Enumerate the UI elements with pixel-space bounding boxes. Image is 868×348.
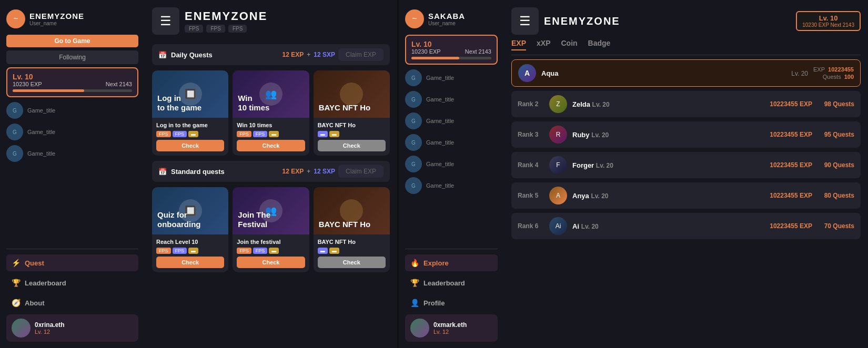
- bayc-check-button[interactable]: Check: [318, 140, 386, 151]
- level-box: Lv. 10 10230 EXP Next 2143: [6, 67, 138, 97]
- lb-rank6-label: Rank 6: [518, 222, 544, 230]
- mid-game-list: G Game_title G Game_title G Game_title G…: [405, 68, 498, 243]
- login-card-subtitle: Log in to the game: [156, 122, 224, 128]
- mid-sidebar-header: ~ SAKABA User_name: [405, 6, 498, 32]
- mid-user-footer: 0xmark.eth Lv. 12: [405, 314, 498, 342]
- win-check-button[interactable]: Check: [237, 140, 305, 151]
- tab-badge[interactable]: Badge: [588, 39, 611, 50]
- lb-rank4-label: Rank 4: [518, 161, 544, 169]
- nav-item-about[interactable]: 🧭 About: [6, 294, 138, 311]
- sidebar-header: ~ ENEMYZONE User_name: [6, 6, 138, 32]
- sidebar-username: User_name: [29, 21, 84, 26]
- lb-rank2-lv: Lv. 20: [592, 101, 610, 108]
- daily-claim-button[interactable]: Claim EXP: [338, 48, 383, 61]
- tag-fps: FPS: [237, 248, 251, 254]
- nav-item-leaderboard[interactable]: 🏆 Leaderboard: [6, 274, 138, 291]
- lb-rank3-quests: 95 Quests: [817, 131, 854, 138]
- quest-card-quiz: 🔲 Quiz foronboarding Reach Level 10 FPS …: [152, 187, 228, 272]
- lb-row-rank5: Rank 5 A Anya Lv. 20 10223455 EXP 80 Que…: [511, 182, 861, 209]
- quest-card-win-body: Win 10 times FPS FPS ▬ Check: [233, 118, 309, 156]
- festival-card-title: Join TheFestival: [238, 210, 270, 229]
- tag-fps: FPS: [156, 248, 171, 254]
- tag-fps: FPS: [156, 131, 171, 137]
- list-item: G Game_title: [405, 89, 498, 109]
- about-icon: 🧭: [12, 299, 21, 307]
- mid-game-avatar: G: [405, 69, 422, 86]
- lb-rank1-stats: EXP 10223455 Quests 100: [813, 66, 854, 80]
- mid-game-avatar: G: [405, 134, 422, 151]
- lb-row-rank2: Rank 2 Z Zelda Lv. 20 10223455 EXP 98 Qu…: [511, 91, 861, 117]
- lb-avatar-zelda: Z: [549, 95, 567, 113]
- standard-quests-header: 📅 Standard quests 12 EXP + 12 SXP Claim …: [152, 161, 390, 182]
- tab-coin[interactable]: Coin: [561, 39, 577, 50]
- lb-avatar-ruby: R: [549, 126, 567, 144]
- mid-game-avatar: G: [405, 156, 422, 172]
- lb-rank5-label: Rank 5: [518, 192, 544, 199]
- bayc-tags: ▬ ▬: [318, 131, 386, 137]
- game-logo-box: ☰: [152, 7, 179, 35]
- bayc-nft-img: [340, 83, 363, 106]
- next-text: Next 2143: [106, 81, 132, 87]
- game-logo-icon: ☰: [160, 14, 171, 28]
- explore-label: Explore: [423, 259, 449, 267]
- mid-avatar: ~: [405, 9, 424, 28]
- festival-check-button[interactable]: Check: [237, 257, 305, 268]
- sidebar-avatar: ~: [6, 9, 25, 28]
- mid-separator: [405, 249, 498, 249]
- list-item: G Game_title: [6, 100, 138, 120]
- login-card-title: Log into the game: [157, 94, 201, 112]
- tag-gold: ▬: [269, 248, 279, 254]
- following-button[interactable]: Following: [6, 50, 138, 64]
- daily-sxp-reward: 12 SXP: [314, 51, 335, 58]
- leaderboard-panel: ☰ ENEMYZONE Lv. 10 10230 EXP Next 2143 E…: [504, 0, 868, 348]
- mid-exp-bar: [411, 57, 491, 59]
- lb-rank6-quests: 70 Quests: [817, 222, 854, 230]
- lb-rank1-name: Aqua: [541, 69, 787, 77]
- standard-claim-button[interactable]: Claim EXP: [338, 165, 383, 178]
- profile-label: Profile: [423, 299, 445, 307]
- quiz-check-button[interactable]: Check: [156, 257, 224, 268]
- mid-exp-text: 10230 EXP: [411, 48, 441, 55]
- quest-card-login-body: Log in to the game FPS FPS ▬ Check: [152, 118, 228, 156]
- nav-item-quest[interactable]: ⚡ Quest: [6, 254, 138, 271]
- standard-sxp-reward: 12 SXP: [314, 168, 335, 175]
- user-footer: 0xrina.eth Lv. 12: [6, 314, 138, 342]
- fps-tag-1: FPS: [185, 25, 203, 33]
- lb-exp-info: 10230 EXP Next 2143: [802, 22, 854, 28]
- lb-rank2-name: Zelda Lv. 20: [572, 100, 754, 108]
- mid-nav-explore[interactable]: 🔥 Explore: [405, 254, 498, 271]
- mid-user-footer-avatar: [410, 319, 429, 337]
- exp-text: 10230 EXP: [13, 81, 42, 87]
- lb-rank5-name: Anya Lv. 20: [572, 192, 754, 200]
- daily-quest-cards: 🔲 Log into the game Log in to the game F…: [152, 70, 390, 156]
- tab-xxp[interactable]: xXP: [537, 39, 550, 50]
- goto-game-button[interactable]: Go to Game: [6, 35, 138, 47]
- lb-rank1-quests-value: 100: [844, 74, 854, 80]
- quest-card-quiz-body: Reach Level 10 FPS FPS ▬ Check: [152, 234, 228, 272]
- win-tags: FPS FPS ▬: [237, 131, 305, 137]
- exp-fill: [13, 89, 84, 92]
- lb-rank1-exp-value: 10223455: [828, 66, 854, 73]
- mid-next-text: Next 2143: [465, 48, 491, 55]
- tag-fps2: FPS: [173, 248, 187, 254]
- mid-nav-leaderboard[interactable]: 🏆 Leaderboard: [405, 274, 498, 291]
- tag-gold: ▬: [269, 131, 279, 137]
- mid-exp-fill: [411, 57, 459, 59]
- lb-row-rank3: Rank 3 R Ruby Lv. 20 10223455 EXP 95 Que…: [511, 121, 861, 148]
- user-footer-name: 0xrina.eth: [35, 321, 65, 329]
- lb-tabs: EXP xXP Coin Badge: [511, 39, 861, 55]
- quest-card-win-img: 👥 Win10 times: [233, 70, 309, 118]
- festival-tags: FPS FPS ▬: [237, 248, 305, 254]
- login-check-button[interactable]: Check: [156, 140, 224, 151]
- list-item: G Game_title: [405, 132, 498, 152]
- level-label: Lv. 10: [13, 73, 132, 81]
- mid-game-title-text: Game_title: [426, 161, 454, 167]
- daily-calendar-icon: 📅: [158, 51, 167, 59]
- tab-exp[interactable]: EXP: [511, 39, 526, 50]
- bayc-card-title: BAYC NFT Ho: [319, 103, 371, 112]
- mid-leaderboard-icon: 🏆: [410, 279, 419, 287]
- bayc2-check-button[interactable]: Check: [318, 257, 386, 268]
- quest-card-login-img: 🔲 Log into the game: [152, 70, 228, 118]
- mid-nav-profile[interactable]: 👤 Profile: [405, 294, 498, 311]
- list-item: G Game_title: [405, 111, 498, 131]
